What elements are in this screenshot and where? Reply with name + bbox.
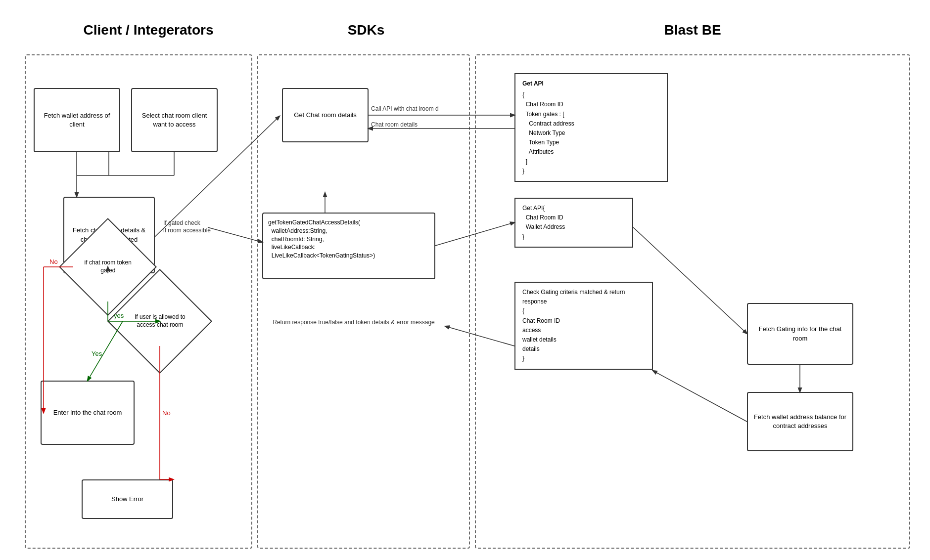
- get-api-2-body: Get API{ Chat Room ID Wallet Address }: [522, 204, 625, 242]
- box-get-api-1: Get API { Chat Room ID Token gates : [ C…: [514, 73, 668, 182]
- box-fetch-gating-info: Fetch Gating info for the chat room: [747, 303, 853, 365]
- box-get-token-gated-sdk: getTokenGatedChatAccessDetails( walletAd…: [262, 213, 435, 279]
- box-show-error: Show Error: [82, 479, 173, 519]
- title-client: Client / Integerators: [40, 22, 257, 38]
- box-get-api-2: Get API{ Chat Room ID Wallet Address }: [514, 198, 633, 248]
- label-return-response: Return response true/false and token det…: [270, 319, 438, 326]
- get-api-1-body: { Chat Room ID Token gates : [ Contract …: [522, 90, 660, 176]
- check-gating-body: Check Gating criteria matched & return r…: [522, 288, 645, 364]
- get-api-1-title: Get API: [522, 79, 660, 88]
- box-enter-chat: Enter into the chat room: [41, 381, 135, 445]
- box-fetch-wallet: Fetch wallet address of client: [34, 88, 120, 152]
- box-get-chat-room-sdk: Get Chat room details: [282, 88, 369, 142]
- box-select-chat: Select chat room client want to access: [131, 88, 218, 152]
- box-fetch-wallet-balance: Fetch wallet address balance for contrac…: [747, 392, 853, 451]
- box-check-gating: Check Gating criteria matched & return r…: [514, 282, 653, 370]
- diagram-container: Client / Integerators SDKs Blast BE Fetc…: [0, 0, 930, 560]
- title-sdks: SDKs: [257, 22, 475, 38]
- title-blast-be: Blast BE: [475, 22, 910, 38]
